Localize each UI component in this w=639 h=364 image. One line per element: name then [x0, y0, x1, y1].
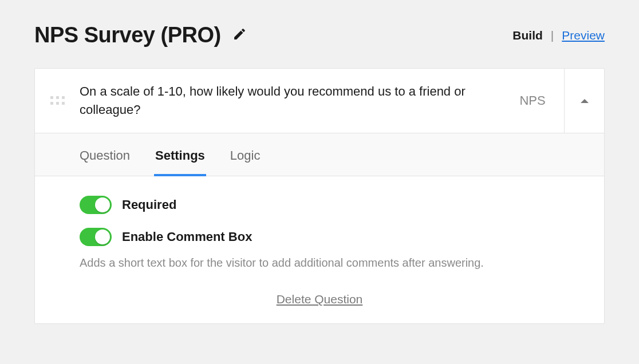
question-type-label: NPS [501, 69, 564, 133]
page-header: NPS Survey (PRO) Build | Preview [34, 23, 605, 48]
mode-switch: Build | Preview [512, 29, 605, 42]
required-label: Required [122, 197, 176, 212]
comment-box-label: Enable Comment Box [122, 230, 252, 244]
comment-box-setting-row: Enable Comment Box [80, 228, 559, 246]
comment-box-toggle[interactable] [80, 228, 112, 246]
question-text: On a scale of 1-10, how likely would you… [80, 69, 501, 133]
collapse-button[interactable] [564, 69, 604, 133]
tabs-bar: Question Settings Logic [35, 133, 604, 176]
question-card: On a scale of 1-10, how likely would you… [34, 68, 605, 324]
required-toggle[interactable] [80, 196, 112, 214]
delete-wrap: Delete Question [80, 292, 559, 306]
mode-divider: | [551, 29, 554, 42]
comment-box-description: Adds a short text box for the visitor to… [80, 256, 559, 270]
tab-question[interactable]: Question [80, 133, 130, 176]
question-header-row: On a scale of 1-10, how likely would you… [35, 69, 604, 133]
drag-handle-icon[interactable] [35, 69, 80, 133]
tab-logic[interactable]: Logic [230, 133, 261, 176]
title-wrap: NPS Survey (PRO) [34, 23, 247, 48]
edit-title-icon[interactable] [232, 27, 247, 43]
settings-panel: Required Enable Comment Box Adds a short… [35, 176, 604, 323]
tab-settings[interactable]: Settings [155, 133, 205, 176]
delete-question-button[interactable]: Delete Question [277, 292, 363, 306]
preview-mode-link[interactable]: Preview [562, 29, 605, 42]
survey-title: NPS Survey (PRO) [34, 23, 221, 48]
chevron-up-icon [580, 98, 589, 104]
build-mode-button[interactable]: Build [512, 29, 543, 42]
required-setting-row: Required [80, 196, 559, 214]
